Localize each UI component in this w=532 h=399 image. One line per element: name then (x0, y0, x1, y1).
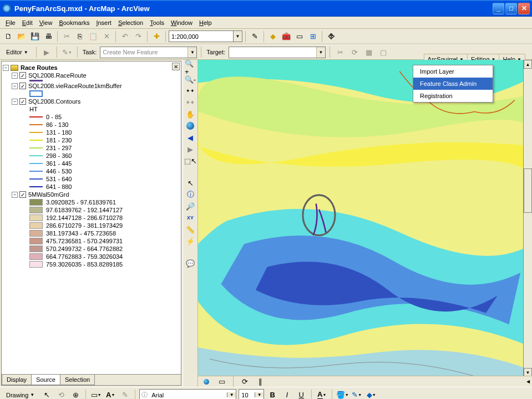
layout-view-icon[interactable]: ▭ (216, 376, 228, 387)
forward-extent-icon[interactable]: ▶ (184, 144, 196, 155)
layer-checkbox[interactable]: ✓ (19, 83, 26, 89)
identify-icon[interactable]: ⓘ (184, 189, 196, 200)
underline-icon[interactable]: U (295, 389, 307, 400)
size-combo[interactable]: ▼ (239, 389, 264, 399)
fixed-zoom-in-icon[interactable]: ✦✦ (184, 85, 196, 96)
measure-icon[interactable]: 📏 (184, 224, 196, 235)
menu-bookmarks[interactable]: Bookmarks (55, 18, 93, 27)
menu-file[interactable]: File (2, 18, 19, 27)
font-input[interactable] (149, 390, 227, 399)
text-icon[interactable]: A▼ (104, 389, 116, 400)
select-features-icon[interactable]: ⬚↖ (184, 155, 196, 166)
layer-label[interactable]: 5MWal50mGrd (28, 191, 69, 198)
map-vertical-scrollbar[interactable]: ▲ ▼ (523, 60, 532, 377)
select-element-icon[interactable]: ↖ (40, 389, 53, 400)
dropdown-feature-class-admin[interactable]: Feature Class Admin (413, 78, 493, 90)
menu-insert[interactable]: Insert (93, 18, 115, 27)
edit-tool-icon[interactable]: ▶ (40, 46, 53, 58)
layer-checkbox[interactable]: ✓ (19, 191, 26, 198)
rotate-tool-icon[interactable]: ⟳ (348, 46, 361, 58)
sketch-props-icon[interactable]: ▢ (377, 46, 389, 58)
tree-toggle[interactable]: − (3, 65, 9, 71)
toc-tree[interactable]: −Race Routes−✓SQL2008.RaceRoute−✓SQL2008… (2, 62, 181, 374)
menu-tools[interactable]: Tools (146, 18, 168, 27)
toc-tab-selection[interactable]: Selection (60, 375, 95, 385)
map-view[interactable]: ▲ ▼ ▭ ⟳ ‖ ◀ (198, 60, 532, 387)
menu-view[interactable]: View (36, 18, 56, 27)
delete-icon[interactable]: ✕ (100, 30, 113, 43)
editor-toolbar-icon[interactable]: ✎ (249, 30, 261, 43)
model-builder-icon[interactable]: ⊞ (307, 30, 319, 43)
zoom-out-icon[interactable]: 🔍- (184, 74, 196, 85)
select-elements-icon[interactable]: ↖ (184, 177, 196, 188)
line-color-icon[interactable]: ✎▼ (351, 389, 363, 400)
menu-selection[interactable]: Selection (115, 18, 146, 27)
paste-icon[interactable]: 📋 (87, 30, 99, 43)
arccatalog-icon[interactable]: ◆ (267, 30, 279, 43)
save-icon[interactable]: 💾 (29, 30, 41, 43)
scale-combo[interactable]: ▼ (169, 30, 242, 42)
scrollbar-thumb[interactable] (524, 168, 532, 213)
scrollbar-up-icon[interactable]: ▲ (524, 60, 532, 69)
tree-toggle[interactable]: − (12, 83, 18, 89)
edit-vertices-icon[interactable]: ✎ (119, 389, 131, 400)
layer-label[interactable]: SQL2008.RaceRoute (28, 72, 87, 79)
bold-icon[interactable]: B (266, 389, 278, 400)
command-line-icon[interactable]: ▭ (293, 30, 306, 43)
toc-close-button[interactable]: ✕ (172, 63, 180, 70)
font-color-icon[interactable]: A▼ (316, 389, 328, 400)
rectangle-icon[interactable]: ▭▼ (90, 389, 102, 400)
task-combo[interactable]: Create New Feature ▼ (100, 47, 197, 58)
fill-color-icon[interactable]: 🪣▼ (336, 389, 348, 400)
add-data-icon[interactable]: ✚ (150, 30, 163, 43)
target-combo[interactable]: ▼ (229, 47, 326, 58)
tree-root-label[interactable]: Race Routes (21, 64, 58, 71)
print-icon[interactable]: 🖶 (42, 30, 54, 43)
tree-toggle[interactable]: − (12, 192, 18, 198)
pause-icon[interactable]: ‖ (254, 376, 266, 387)
attributes-icon[interactable]: ▦ (363, 46, 375, 58)
layer-label[interactable]: SQL2008.vieRaceRoute1kmBuffer (28, 83, 122, 89)
refresh-icon[interactable]: ⟳ (239, 376, 251, 387)
full-extent-icon[interactable] (184, 120, 196, 131)
rotate-icon[interactable]: ⟲ (55, 389, 67, 400)
menu-help[interactable]: Help (196, 18, 215, 27)
back-extent-icon[interactable]: ◀ (184, 132, 196, 143)
zoom-in-icon[interactable]: 🔍+ (184, 62, 196, 73)
toc-tab-display[interactable]: Display (2, 375, 32, 385)
pan-icon[interactable]: ✋ (184, 109, 196, 120)
marker-color-icon[interactable]: ◆▼ (365, 389, 377, 400)
cut-icon[interactable]: ✂ (60, 30, 73, 43)
layer-checkbox[interactable]: ✓ (19, 98, 26, 105)
toc-tab-source[interactable]: Source (31, 375, 60, 385)
layer-checkbox[interactable]: ✓ (19, 72, 26, 79)
close-button[interactable]: ✕ (518, 3, 530, 14)
dropdown-registration[interactable]: Registration (413, 90, 493, 102)
arctoolbox-icon[interactable]: 🧰 (280, 30, 292, 43)
fixed-zoom-out-icon[interactable]: ✧✧ (184, 97, 196, 108)
editor-menu[interactable]: Editor ▼ (2, 47, 32, 57)
map-canvas[interactable] (198, 60, 532, 387)
menu-window[interactable]: Window (168, 18, 196, 27)
split-tool-icon[interactable]: ✂ (334, 46, 346, 58)
whats-this-icon[interactable]: ⯑ (325, 30, 337, 43)
maximize-button[interactable]: □ (505, 3, 517, 14)
drawing-menu[interactable]: Drawing▼ (2, 390, 38, 400)
data-view-icon[interactable] (200, 376, 212, 387)
open-icon[interactable]: 📂 (16, 30, 28, 43)
minimize-button[interactable]: _ (493, 3, 504, 14)
find-icon[interactable]: 🔎 (184, 201, 196, 212)
map-tips-icon[interactable]: 💬 (184, 258, 196, 269)
size-input[interactable] (239, 390, 255, 399)
copy-icon[interactable]: ⎘ (74, 30, 86, 43)
scrollbar-left-icon[interactable]: ◀ (526, 379, 530, 384)
italic-icon[interactable]: I (281, 389, 293, 400)
zoom-icon[interactable]: ⊕ (69, 389, 82, 400)
sketch-tool-icon[interactable]: ✎▼ (61, 46, 73, 58)
menu-edit[interactable]: Edit (19, 18, 36, 27)
hyperlink-icon[interactable]: ⚡ (184, 236, 196, 247)
redo-icon[interactable]: ↷ (132, 30, 144, 43)
dropdown-import-layer[interactable]: Import Layer (413, 65, 493, 78)
goto-xy-icon[interactable]: XY (184, 212, 196, 223)
tree-toggle[interactable]: − (12, 99, 18, 105)
